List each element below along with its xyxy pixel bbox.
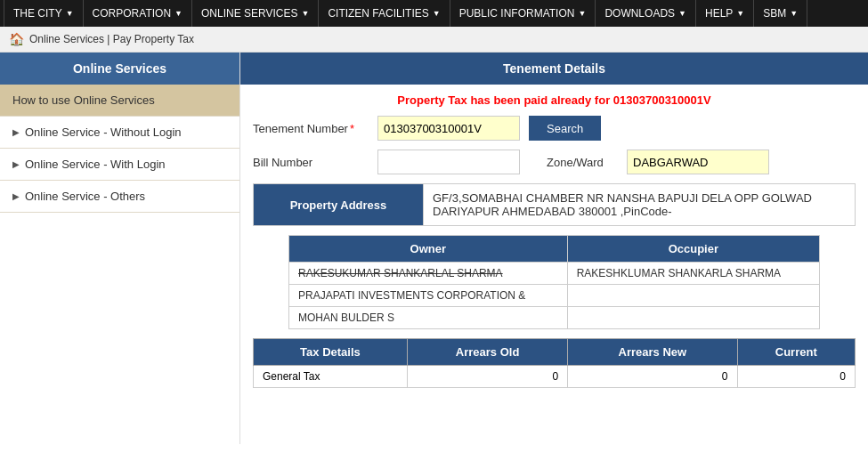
current-cell: 0 — [737, 366, 855, 388]
nav-item-sbm[interactable]: SBM ▼ — [754, 0, 807, 27]
table-row: RAKESUKUMAR SHANKARLAL SHARMA RAKESHKLUM… — [289, 263, 820, 285]
search-button[interactable]: Search — [529, 116, 601, 141]
sidebar-item-with-login[interactable]: ▶ Online Service - With Login — [0, 149, 239, 181]
chevron-down-icon: ▼ — [174, 9, 183, 18]
nav-item-public-information[interactable]: PUBLIC INFORMATION ▼ — [450, 0, 596, 27]
sidebar-header: Online Services — [0, 53, 239, 85]
occupier-cell: RAKESHKLUMAR SHANKARLA SHARMA — [567, 263, 819, 285]
tenement-input[interactable] — [377, 116, 520, 141]
tax-details-header: Tax Details — [254, 339, 408, 366]
owner-occupier-section: Owner Occupier RAKESUKUMAR SHANKARLAL SH… — [288, 235, 820, 329]
nav-item-the-city[interactable]: THE CITY ▼ — [4, 0, 84, 27]
content-body: Property Tax has been paid already for 0… — [240, 85, 868, 406]
nav-item-help[interactable]: HELP ▼ — [696, 0, 754, 27]
arrears-new-cell: 0 — [568, 366, 737, 388]
nav-item-online-services[interactable]: ONLINE SERVICES ▼ — [192, 0, 319, 27]
sidebar: Online Services How to use Online Servic… — [0, 53, 240, 444]
chevron-down-icon: ▼ — [578, 9, 586, 18]
property-address-label: Property Address — [254, 184, 423, 225]
arrears-old-cell: 0 — [407, 366, 567, 388]
nav-item-citizen-facilities[interactable]: CITIZEN FACILITIES ▼ — [319, 0, 450, 27]
nav-item-downloads[interactable]: DOWNLOADS ▼ — [596, 0, 696, 27]
sidebar-item-how-to-use[interactable]: How to use Online Services — [0, 85, 239, 117]
owner-cell: RAKESUKUMAR SHANKARLAL SHARMA — [289, 263, 568, 285]
occupier-cell — [567, 307, 819, 329]
owner-occupier-table: Owner Occupier RAKESUKUMAR SHANKARLAL SH… — [288, 235, 820, 329]
arrears-new-header: Arrears New — [568, 339, 737, 366]
chevron-down-icon: ▼ — [301, 9, 309, 18]
content-header: Tenement Details — [240, 53, 868, 85]
tax-detail-cell: General Tax — [254, 366, 408, 388]
tax-row: General Tax 0 0 0 — [254, 366, 856, 388]
chevron-down-icon: ▼ — [678, 9, 686, 18]
content-area: Tenement Details Property Tax has been p… — [240, 53, 868, 444]
zone-label: Zone/Ward — [547, 156, 618, 169]
owner-cell: MOHAN BULDER S — [289, 307, 568, 329]
arrears-old-header: Arrears Old — [407, 339, 567, 366]
breadcrumb-text: Online Services | Pay Property Tax — [29, 33, 194, 45]
zone-input[interactable] — [627, 150, 769, 174]
property-address-value: GF/3,SOMABHAI CHAMBER NR NANSHA BAPUJI D… — [423, 184, 855, 225]
main-layout: Online Services How to use Online Servic… — [0, 53, 868, 444]
arrow-icon: ▶ — [12, 191, 20, 201]
chevron-down-icon: ▼ — [433, 9, 441, 18]
property-address-section: Property Address GF/3,SOMABHAI CHAMBER N… — [253, 183, 856, 226]
occupier-header: Occupier — [567, 236, 819, 263]
arrow-icon: ▶ — [12, 159, 20, 169]
current-header: Current — [737, 339, 855, 366]
nav-item-corporation[interactable]: CORPORATION ▼ — [84, 0, 192, 27]
tax-details-table: Tax Details Arrears Old Arrears New Curr… — [253, 338, 856, 388]
top-navigation: THE CITY ▼ CORPORATION ▼ ONLINE SERVICES… — [0, 0, 868, 27]
chevron-down-icon: ▼ — [790, 9, 798, 18]
tax-details-section: Tax Details Arrears Old Arrears New Curr… — [253, 338, 856, 388]
owner-header: Owner — [289, 236, 568, 263]
table-row: MOHAN BULDER S — [289, 307, 820, 329]
tenement-label: Tenement Number* — [253, 122, 369, 135]
arrow-icon: ▶ — [12, 127, 20, 137]
alert-message: Property Tax has been paid already for 0… — [253, 93, 856, 107]
chevron-down-icon: ▼ — [66, 9, 74, 18]
sidebar-item-others[interactable]: ▶ Online Service - Others — [0, 181, 239, 213]
bill-zone-row: Bill Number Zone/Ward — [253, 150, 856, 174]
occupier-cell — [567, 285, 819, 307]
table-row: PRAJAPATI INVESTMENTS CORPORATION & — [289, 285, 820, 307]
tenement-row: Tenement Number* Search — [253, 116, 856, 141]
sidebar-item-without-login[interactable]: ▶ Online Service - Without Login — [0, 117, 239, 149]
breadcrumb: 🏠 Online Services | Pay Property Tax — [0, 27, 868, 53]
owner-cell: PRAJAPATI INVESTMENTS CORPORATION & — [289, 285, 568, 307]
chevron-down-icon: ▼ — [736, 9, 744, 18]
home-icon: 🏠 — [9, 32, 24, 46]
bill-input[interactable] — [377, 150, 520, 174]
bill-label: Bill Number — [253, 156, 369, 169]
